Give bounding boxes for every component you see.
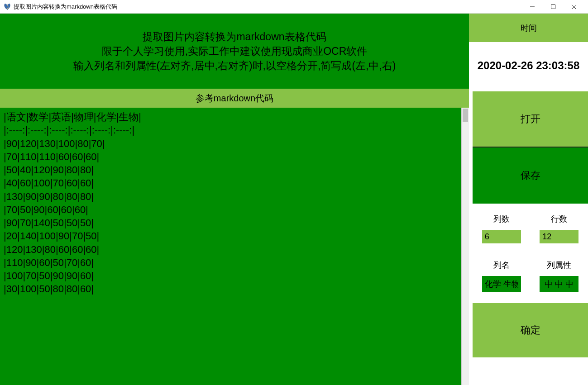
maximize-button[interactable] [543,0,564,14]
confirm-button[interactable]: 确定 [473,303,588,357]
attrs-label: 列属性 [547,260,571,271]
names-input[interactable] [482,276,521,292]
maximize-icon [551,5,555,9]
time-value: 2020-02-26 23:03:58 [469,42,588,89]
svg-rect-1 [551,5,555,9]
names-label: 列名 [493,260,510,271]
cols-input[interactable] [482,230,521,243]
window-controls [522,0,584,14]
subheader-label: 参考markdown代码 [0,89,469,108]
rows-input[interactable] [540,230,578,243]
header-line1: 提取图片内容转换为markdown表格代码 [143,29,326,44]
minimize-icon [530,5,535,9]
attrs-input[interactable] [540,276,578,292]
cols-label: 列数 [493,214,510,224]
open-button[interactable]: 打开 [473,91,588,147]
scroll-thumb[interactable] [463,109,468,122]
close-icon [572,5,576,9]
header-line2: 限于个人学习使用,实际工作中建议使用现成商业OCR软件 [102,44,368,58]
window-title: 提取图片内容转换为markdown表格代码 [14,3,522,11]
save-button[interactable]: 保存 [473,147,588,204]
rows-label: 行数 [551,214,567,224]
close-button[interactable] [564,0,584,14]
time-label: 时间 [469,14,588,42]
app-icon [4,3,11,10]
header-panel: 提取图片内容转换为markdown表格代码 限于个人学习使用,实际工作中建议使用… [0,14,469,89]
vertical-scrollbar[interactable] [461,108,469,385]
header-line3: 输入列名和列属性(左对齐,居中,右对齐)时,以空格分开,简写成(左,中,右) [73,58,396,73]
window-titlebar: 提取图片内容转换为markdown表格代码 [0,0,588,14]
minimize-button[interactable] [522,0,543,14]
markdown-code-area[interactable]: |语文|数学|英语|物理|化学|生物| |:----:|:----:|:----… [0,108,461,385]
